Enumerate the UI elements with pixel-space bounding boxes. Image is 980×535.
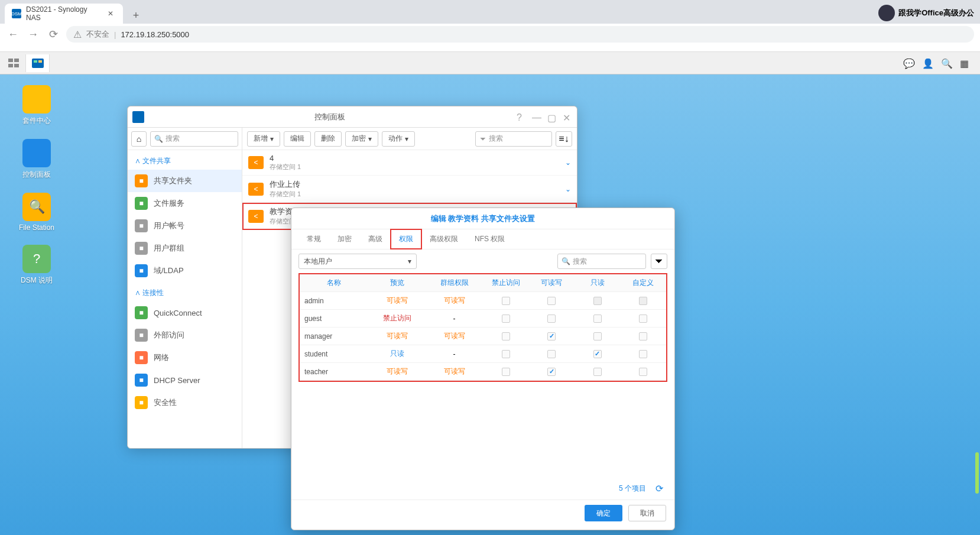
favicon: DSM — [12, 9, 21, 18]
cb-ro[interactable] — [593, 332, 602, 341]
chevron-down-icon[interactable]: ⌄ — [565, 158, 571, 167]
cb-rw[interactable] — [547, 368, 556, 376]
cb-deny[interactable] — [502, 297, 510, 305]
col-只读[interactable]: 只读 — [575, 274, 621, 292]
reload-button[interactable]: ⟳ — [46, 27, 60, 41]
cb-rw[interactable] — [547, 350, 556, 358]
chat-icon[interactable]: 💬 — [903, 58, 914, 69]
sidebar-item-域/LDAP[interactable]: ■ 域/LDAP — [128, 260, 242, 282]
col-名称[interactable]: 名称 — [300, 274, 368, 292]
close-icon[interactable]: ✕ — [563, 112, 572, 122]
sidebar-item-网络[interactable]: ■ 网络 — [128, 346, 242, 369]
action-button[interactable]: 动作▾ — [382, 131, 415, 147]
search-icon: 🔍 — [154, 135, 163, 143]
cb-custom[interactable] — [639, 368, 647, 376]
col-预览[interactable]: 预览 — [368, 274, 426, 292]
search-icon[interactable]: 🔍 — [941, 58, 952, 69]
maximize-icon[interactable]: ▢ — [547, 112, 557, 122]
tab-权限[interactable]: 权限 — [391, 229, 421, 249]
sidebar-item-文件服务[interactable]: ■ 文件服务 — [128, 192, 242, 215]
filter-button[interactable]: ⏷ — [651, 254, 667, 269]
desktop-icon-0[interactable]: 套件中心 — [11, 85, 63, 126]
url-input[interactable]: ⚠ 不安全 | 172.19.18.250:5000 — [66, 26, 974, 43]
main-menu-button[interactable] — [2, 54, 26, 72]
avatar — [878, 5, 895, 21]
forward-button[interactable]: → — [26, 27, 40, 41]
cb-ro[interactable] — [593, 368, 602, 376]
sort-button[interactable]: ≡↓ — [556, 131, 572, 147]
sidebar-item-安全性[interactable]: ■ 安全性 — [128, 391, 242, 414]
user-type-select[interactable]: 本地用户▾ — [298, 254, 417, 269]
cp-sidebar: ⌂ 🔍 搜索 ∧ 文件共享 ■ 共享文件夹 ■ 文件服务 ■ 用户帐号 ■ — [128, 128, 242, 448]
group-connectivity[interactable]: ∧ 连接性 — [128, 282, 242, 301]
sidebar-item-用户帐号[interactable]: ■ 用户帐号 — [128, 215, 242, 237]
taskbar-control-panel[interactable] — [26, 54, 50, 72]
user-icon[interactable]: 👤 — [922, 58, 933, 69]
close-icon[interactable]: ✕ — [108, 9, 116, 18]
edit-button[interactable]: 编辑 — [284, 131, 311, 147]
tab-高级权限[interactable]: 高级权限 — [421, 229, 466, 249]
svg-rect-4 — [32, 59, 44, 68]
col-自定义[interactable]: 自定义 — [620, 274, 666, 292]
cancel-button[interactable]: 取消 — [628, 505, 666, 521]
cp-search-input[interactable]: 🔍 搜索 — [150, 131, 238, 147]
insecure-icon: ⚠ — [73, 29, 82, 40]
cp-search2[interactable]: ⏷搜索 — [475, 131, 552, 147]
cp-title: 控制面板 — [149, 112, 511, 122]
perm-row-teacher: teacher 可读写 可读写 — [300, 363, 666, 381]
dsm-taskbar: 💬 👤 🔍 ▦ — [0, 52, 980, 74]
chevron-down-icon[interactable]: ⌄ — [565, 185, 571, 193]
cb-deny[interactable] — [502, 332, 510, 341]
col-禁止访问[interactable]: 禁止访问 — [483, 274, 529, 292]
desktop-icon-2[interactable]: 🔍 File Station — [11, 193, 63, 232]
delete-button[interactable]: 删除 — [314, 131, 342, 147]
scroll-indicator — [975, 452, 979, 494]
sidebar-item-用户群组[interactable]: ■ 用户群组 — [128, 237, 242, 260]
tab-常规[interactable]: 常规 — [298, 229, 329, 249]
cb-deny[interactable] — [502, 314, 510, 323]
sidebar-item-QuickConnect[interactable]: ■ QuickConnect — [128, 301, 242, 324]
cp-titlebar[interactable]: 控制面板 ? — ▢ ✕ — [128, 106, 577, 128]
minimize-icon[interactable]: — — [532, 112, 541, 122]
svg-rect-3 — [14, 64, 19, 67]
sidebar-item-外部访问[interactable]: ■ 外部访问 — [128, 324, 242, 346]
profile-pill[interactable]: 跟我学Office高级办公 — [878, 5, 974, 21]
cb-rw[interactable] — [547, 332, 556, 341]
browser-tab[interactable]: DSM DS2021 - Synology NAS ✕ — [5, 4, 123, 24]
sidebar-item-共享文件夹[interactable]: ■ 共享文件夹 — [128, 170, 242, 192]
home-button[interactable]: ⌂ — [131, 131, 147, 147]
back-button[interactable]: ← — [6, 27, 20, 41]
ok-button[interactable]: 确定 — [585, 505, 622, 521]
tab-加密[interactable]: 加密 — [329, 229, 360, 249]
new-button[interactable]: 新增▾ — [247, 131, 280, 147]
cb-custom[interactable] — [639, 314, 647, 323]
sidebar-icon: ■ — [135, 351, 148, 364]
col-群组权限[interactable]: 群组权限 — [426, 274, 483, 292]
cb-ro[interactable] — [593, 350, 602, 358]
tab-高级[interactable]: 高级 — [360, 229, 391, 249]
refresh-icon[interactable]: ⟳ — [656, 483, 666, 494]
search-icon: 🔍 — [562, 257, 570, 265]
cb-rw[interactable] — [547, 297, 556, 305]
widgets-icon[interactable]: ▦ — [960, 58, 971, 69]
col-可读写[interactable]: 可读写 — [528, 274, 575, 292]
desktop-icon-3[interactable]: ? DSM 说明 — [11, 245, 63, 286]
new-tab-button[interactable]: + — [128, 7, 144, 24]
folder-row-作业上传[interactable]: < 作业上传 存储空间 1 ⌄ — [242, 176, 577, 203]
cb-deny[interactable] — [502, 350, 510, 358]
cb-custom[interactable] — [639, 332, 647, 341]
perm-search-input[interactable]: 🔍 搜索 — [557, 254, 646, 269]
cb-deny[interactable] — [502, 368, 510, 376]
sidebar-icon: ■ — [135, 242, 148, 255]
encrypt-button[interactable]: 加密▾ — [345, 131, 378, 147]
sidebar-item-DHCP Server[interactable]: ■ DHCP Server — [128, 369, 242, 391]
help-icon[interactable]: ? — [517, 112, 526, 122]
desktop-icon-1[interactable]: 控制面板 — [11, 139, 63, 180]
cb-rw[interactable] — [547, 314, 556, 323]
folder-row-4[interactable]: < 4 存储空间 1 ⌄ — [242, 150, 577, 176]
group-fileshare[interactable]: ∧ 文件共享 — [128, 150, 242, 170]
tab-NFS 权限[interactable]: NFS 权限 — [466, 229, 513, 249]
cb-ro[interactable] — [593, 314, 602, 323]
sidebar-icon: ■ — [135, 219, 148, 232]
cb-custom[interactable] — [639, 350, 647, 358]
